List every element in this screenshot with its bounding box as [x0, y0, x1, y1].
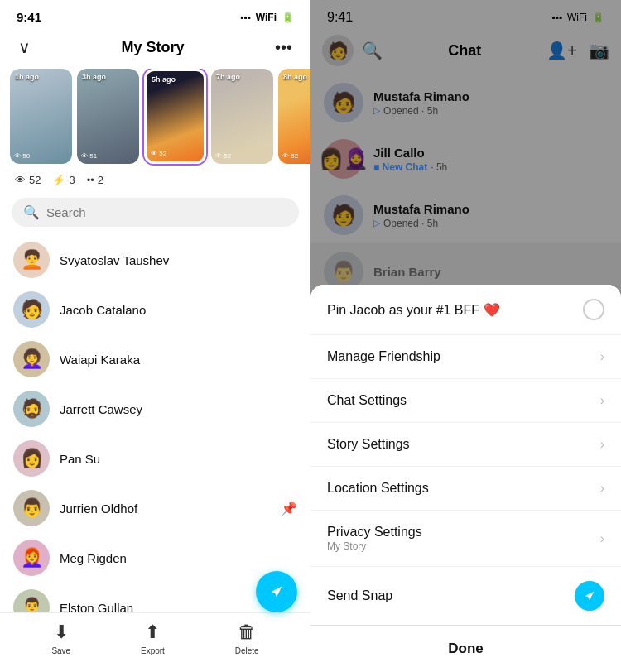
avatar-jacob: 🧑 [13, 291, 50, 328]
location-settings-chevron: › [600, 481, 604, 496]
contact-name-meg: Meg Rigden [60, 551, 127, 565]
privacy-settings-sub: My Story [327, 540, 422, 552]
export-icon: ⬆ [145, 622, 160, 643]
contact-item-waiapi[interactable]: 👩‍🦱 Waiapi Karaka [0, 334, 310, 384]
export-label: Export [141, 646, 165, 655]
screenshots-count: ⚡ 3 [52, 174, 75, 186]
pin-icon: 📌 [281, 501, 297, 516]
location-settings-item[interactable]: Location Settings › [310, 467, 621, 511]
contact-item-jurrien[interactable]: 👨 Jurrien Oldhof 📌 [0, 483, 310, 533]
story-stats-1: 👁 50 [14, 152, 30, 160]
done-button[interactable]: Done [310, 625, 621, 672]
left-header: ∨ My Story ••• [0, 29, 310, 69]
avatar-jarrett: 🧔 [13, 391, 50, 427]
chat-settings-item[interactable]: Chat Settings › [310, 379, 621, 423]
screenshot-icon: ⚡ [52, 174, 65, 186]
story-title: My Story [34, 39, 272, 56]
save-icon: ⬇ [54, 622, 69, 643]
story-time-5: 8h ago [283, 73, 307, 81]
privacy-settings-label: Privacy Settings [327, 525, 422, 540]
contact-name-jacob: Jacob Catalano [60, 303, 146, 317]
delete-button[interactable]: 🗑 Delete [235, 622, 259, 655]
contact-name-jurrien: Jurrien Oldhof [60, 502, 137, 516]
story-settings-label: Story Settings [327, 437, 410, 452]
left-time: 9:41 [17, 10, 41, 24]
manage-friendship-label: Manage Friendship [327, 349, 440, 364]
story-thumb-2[interactable]: 3h ago 👁 51 [77, 69, 139, 164]
story-stats-2: 👁 51 [81, 152, 97, 160]
chat-settings-label: Chat Settings [327, 393, 407, 408]
send-snap-item[interactable]: Send Snap [310, 567, 621, 625]
contact-name-svyatoslav: Svyatoslav Taushev [60, 253, 169, 267]
chevron-down-button[interactable]: ∨ [15, 34, 34, 60]
avatar-elston: 👨‍🦱 [13, 589, 50, 612]
views-count: 52 [29, 174, 41, 186]
save-label: Save [51, 646, 70, 655]
modal-overlay: Pin Jacob as your #1 BFF ❤️ Manage Frien… [310, 0, 621, 672]
story-thumb-5[interactable]: 8h ago 👁 52 [278, 69, 310, 164]
story-stats-4: 👁 52 [215, 152, 231, 160]
contact-item-pan[interactable]: 👩 Pan Su [0, 434, 310, 483]
save-button[interactable]: ⬇ Save [51, 622, 70, 655]
contact-item-jarrett[interactable]: 🧔 Jarrett Cawsey [0, 384, 310, 434]
search-bar[interactable]: 🔍 [12, 198, 299, 227]
send-fab-icon [267, 583, 286, 601]
left-panel: 9:41 ▪▪▪ WiFi 🔋 ∨ My Story ••• 1h ago 👁 … [0, 0, 310, 672]
story-thumb-3[interactable]: 5h ago 👁 52 [144, 69, 206, 164]
pin-bff-item[interactable]: Pin Jacob as your #1 BFF ❤️ [310, 285, 621, 335]
contact-item-svyatoslav[interactable]: 🧑‍🦱 Svyatoslav Taushev [0, 235, 310, 285]
search-input[interactable] [46, 205, 287, 219]
send-snap-label: Send Snap [327, 588, 392, 603]
delete-label: Delete [235, 646, 259, 655]
send-snap-icon [582, 588, 597, 603]
avatar-pan: 👩 [13, 440, 50, 477]
manage-friendship-chevron: › [600, 349, 604, 364]
contact-name-elston: Elston Gullan [60, 601, 133, 613]
bottom-toolbar: ⬇ Save ⬆ Export 🗑 Delete [0, 612, 310, 672]
chevron-down-icon: ∨ [18, 38, 31, 56]
story-time-4: 7h ago [216, 73, 240, 81]
contact-item-jacob[interactable]: 🧑 Jacob Catalano [0, 285, 310, 334]
pin-bff-toggle[interactable] [583, 299, 604, 320]
reply-icon: •• [87, 174, 94, 186]
contact-name-waiapi: Waiapi Karaka [60, 353, 140, 367]
avatar-jurrien: 👨 [13, 490, 50, 526]
privacy-settings-chevron: › [600, 531, 604, 546]
right-panel: 9:41 ▪▪▪ WiFi 🔋 🧑 🔍 Chat 👤+ 📷 🧑 Mustafa … [310, 0, 621, 672]
replies-count: •• 2 [87, 174, 104, 186]
story-strip: 1h ago 👁 50 3h ago 👁 51 5h ago 👁 52 7h a… [0, 69, 310, 170]
manage-friendship-item[interactable]: Manage Friendship › [310, 335, 621, 379]
privacy-settings-item[interactable]: Privacy Settings My Story › [310, 511, 621, 567]
contact-list: 🧑‍🦱 Svyatoslav Taushev 🧑 Jacob Catalano … [0, 235, 310, 612]
signal-icon: ▪▪▪ [240, 12, 251, 23]
left-status-bar: 9:41 ▪▪▪ WiFi 🔋 [0, 0, 310, 29]
pin-bff-label: Pin Jacob as your #1 BFF ❤️ [327, 302, 500, 318]
ellipsis-icon: ••• [275, 38, 292, 56]
total-views: 👁 52 [15, 174, 41, 186]
story-stats-5: 👁 52 [282, 152, 298, 160]
avatar-svyatoslav: 🧑‍🦱 [13, 242, 50, 278]
avatar-waiapi: 👩‍🦱 [13, 341, 50, 377]
contact-name-jarrett: Jarrett Cawsey [60, 402, 142, 416]
story-time-3: 5h ago [152, 75, 176, 84]
left-status-icons: ▪▪▪ WiFi 🔋 [240, 12, 294, 23]
location-settings-label: Location Settings [327, 481, 429, 496]
story-settings-item[interactable]: Story Settings › [310, 423, 621, 467]
story-time-2: 3h ago [82, 73, 106, 81]
chat-settings-chevron: › [600, 393, 604, 408]
send-snap-button[interactable] [575, 581, 604, 611]
battery-icon: 🔋 [282, 12, 294, 23]
story-stats-3: 👁 52 [151, 150, 166, 157]
avatar-meg: 👩‍🦰 [13, 540, 50, 576]
send-fab-button[interactable] [256, 571, 297, 612]
wifi-icon: WiFi [256, 12, 277, 23]
views-bar: 👁 52 ⚡ 3 •• 2 [0, 170, 310, 194]
story-time-1: 1h ago [15, 73, 39, 81]
story-settings-chevron: › [600, 437, 604, 452]
privacy-settings-info: Privacy Settings My Story [327, 525, 422, 552]
story-thumb-1[interactable]: 1h ago 👁 50 [10, 69, 72, 164]
trash-icon: 🗑 [238, 622, 256, 643]
export-button[interactable]: ⬆ Export [141, 622, 165, 655]
story-thumb-4[interactable]: 7h ago 👁 52 [211, 69, 273, 164]
more-options-button[interactable]: ••• [272, 35, 296, 60]
